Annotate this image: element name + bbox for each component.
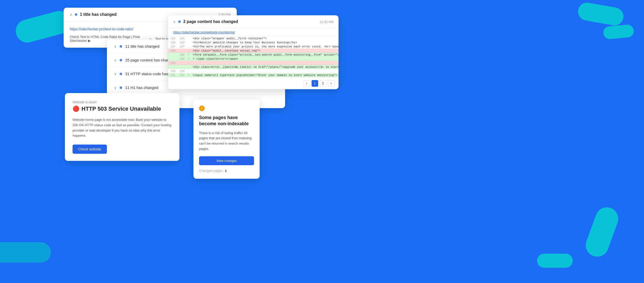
- card1-title: 1 title has changed: [80, 12, 117, 17]
- card3-header: ∧ 2 page content has changed 11:32 AM: [168, 15, 339, 28]
- card5-description: There is a risk of losing traffic! All p…: [199, 131, 254, 152]
- chevron-down-icon: ∨: [114, 72, 117, 76]
- card3-header-left: ∧ 2 page content has changed: [173, 19, 238, 24]
- card-http-503: Website is down 🔴 HTTP 503 Service Unava…: [65, 93, 179, 161]
- change-item-label: 11 H1 has changed: [125, 85, 158, 90]
- code-row-added: 191 191 + <input name=url type=text plac…: [168, 73, 339, 77]
- changed-pages-label: Changed pages:: [199, 169, 223, 173]
- change-item-left: ∨ 11 title has changed: [114, 44, 159, 48]
- change-item-left: ∨ 25 page content has changed: [114, 58, 176, 62]
- code-row: 185 185 <div class="wrapper audit__first…: [168, 36, 339, 41]
- warning-icon: !: [199, 106, 205, 112]
- code-row: 186 186 <h1>Monitor Website Changes to K…: [168, 41, 339, 45]
- card4-description: Website home page is not accessible now.…: [73, 117, 172, 138]
- status-dot: [178, 20, 181, 23]
- code-row-removed: 188 - <div class="audit__testCase social…: [168, 49, 339, 53]
- code-row-added: 189 + + <span class=error></span>: [168, 57, 339, 61]
- website-down-label: Website is down: [73, 100, 172, 104]
- code-row: 187 187 <h2>The more profitable your pro…: [168, 45, 339, 49]
- page-2-button[interactable]: 2: [320, 80, 326, 87]
- card1-link[interactable]: https://sitechecker.pro/text-to-code-rat…: [70, 27, 133, 31]
- card1-header-left: ∧ 1 title has changed: [70, 12, 117, 17]
- status-dot: [120, 45, 122, 48]
- change-item-left: ∨ 11 H1 has changed: [114, 85, 158, 90]
- error-circle-icon: 🔴: [73, 106, 79, 112]
- code-row-added: <div class=error__limits>No limits! <a h…: [168, 65, 339, 69]
- card-non-indexable: ! Some pages have become non-indexable T…: [193, 99, 260, 179]
- code-row: 190 190: [168, 69, 339, 73]
- code-row-removed: 189 -: [168, 61, 339, 65]
- card4-title-text: HTTP 503 Service Unavailable: [81, 106, 161, 112]
- chevron-down-icon: ∨: [114, 58, 117, 62]
- code-row-added: 188 + <form id=audit__form class="articl…: [168, 53, 339, 57]
- card5-title: Some pages have become non-indexable: [199, 114, 254, 127]
- chevron-down-icon: ∨: [114, 86, 117, 90]
- page-1-button[interactable]: 1: [312, 80, 318, 87]
- card3-link[interactable]: https://sitechecker.pro/website-monitori…: [168, 28, 339, 36]
- next-page-button[interactable]: ›: [328, 80, 334, 87]
- changed-pages-row: Changed pages: 1: [199, 169, 254, 173]
- chevron-up-icon: ∧: [173, 20, 176, 24]
- changed-pages-value: 1: [225, 169, 227, 173]
- code-pagination: ‹ 1 2 ›: [168, 77, 339, 89]
- change-item-label: 11 title has changed: [125, 44, 159, 48]
- card4-title-row: 🔴 HTTP 503 Service Unavailable: [73, 106, 172, 112]
- view-changes-button[interactable]: View changes: [199, 156, 254, 165]
- chevron-up-icon: ∧: [70, 12, 72, 17]
- prev-page-button[interactable]: ‹: [303, 80, 310, 87]
- card-code-diff: ∧ 2 page content has changed 11:32 AM ht…: [168, 15, 339, 89]
- status-dot: [120, 59, 122, 61]
- card3-time: 11:32 AM: [319, 20, 333, 24]
- code-diff-table: 185 185 <div class="wrapper audit__first…: [168, 36, 339, 77]
- card3-body: https://sitechecker.pro/website-monitori…: [168, 28, 339, 89]
- status-dot: [120, 86, 122, 89]
- check-website-button[interactable]: Check website: [73, 145, 107, 154]
- status-dot: [75, 13, 77, 16]
- svg-text:!: !: [201, 106, 203, 110]
- card3-title: 2 page content has changed: [183, 19, 238, 24]
- status-dot: [120, 73, 122, 75]
- cards-wrapper: ∧ 1 title has changed 3:39 PM https://si…: [0, 0, 644, 283]
- chevron-down-icon: ∨: [114, 44, 117, 48]
